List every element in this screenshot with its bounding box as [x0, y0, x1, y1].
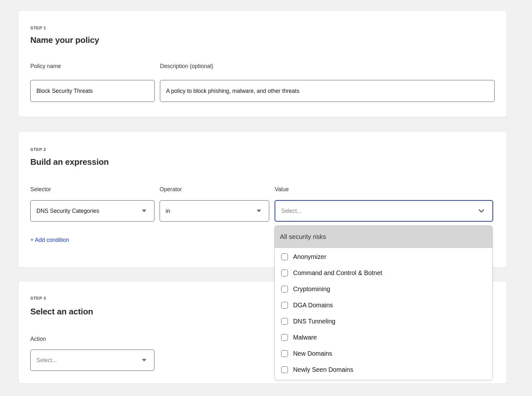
dropdown-group-header[interactable]: All security risks — [275, 226, 492, 248]
description-input[interactable] — [160, 80, 495, 102]
action-label: Action — [30, 336, 46, 342]
step1-card: STEP 1 Name your policy Policy name Desc… — [18, 11, 507, 117]
selector-select[interactable]: DNS Security Categories — [30, 200, 154, 222]
operator-select-value: in — [166, 208, 257, 214]
add-condition-link[interactable]: + Add condition — [30, 237, 69, 243]
dropdown-option-command-and-control-botnet[interactable]: Command and Control & Botnet — [275, 265, 492, 281]
step3-label: STEP 3 — [30, 296, 46, 301]
operator-label: Operator — [160, 186, 182, 193]
dropdown-option-newly-seen-domains[interactable]: Newly Seen Domains — [275, 361, 492, 378]
chevron-down-icon — [478, 207, 485, 215]
step2-label: STEP 2 — [30, 147, 46, 152]
selector-label: Selector — [30, 186, 51, 193]
value-label: Value — [275, 186, 289, 193]
selector-select-value: DNS Security Categories — [36, 208, 142, 214]
dropdown-option-dga-domains[interactable]: DGA Domains — [275, 297, 492, 313]
description-label: Description (optional) — [160, 63, 213, 70]
option-checkbox[interactable] — [281, 270, 288, 276]
step1-label: STEP 1 — [30, 25, 46, 30]
step2-title: Build an expression — [30, 157, 109, 167]
policy-name-input[interactable] — [30, 80, 155, 102]
action-select[interactable]: Select... — [30, 350, 154, 371]
dropdown-option-dns-tunneling[interactable]: DNS Tunneling — [275, 313, 492, 329]
value-dropdown: All security risks Anonymizer Command an… — [274, 225, 493, 380]
dropdown-option-malware[interactable]: Malware — [275, 329, 492, 345]
dropdown-arrow-icon — [257, 210, 261, 212]
dropdown-option-anonymizer[interactable]: Anonymizer — [275, 249, 492, 265]
option-checkbox[interactable] — [281, 350, 288, 357]
value-select[interactable]: Select... — [275, 200, 493, 222]
step1-title: Name your policy — [30, 35, 99, 45]
option-checkbox[interactable] — [281, 253, 288, 260]
option-checkbox[interactable] — [281, 302, 288, 309]
value-select-placeholder: Select... — [281, 208, 478, 214]
option-checkbox[interactable] — [281, 318, 288, 325]
dropdown-option-cryptomining[interactable]: Cryptomining — [275, 281, 492, 297]
operator-select[interactable]: in — [160, 200, 269, 222]
action-select-placeholder: Select... — [36, 357, 142, 364]
dropdown-arrow-icon — [142, 210, 146, 212]
policy-builder-page: { "step1": { "step_label": "STEP 1", "ti… — [0, 0, 532, 396]
option-checkbox[interactable] — [281, 286, 288, 292]
option-checkbox[interactable] — [281, 366, 288, 373]
dropdown-option-new-domains[interactable]: New Domains — [275, 345, 492, 361]
step3-title: Select an action — [30, 307, 93, 317]
option-checkbox[interactable] — [281, 334, 288, 341]
policy-name-label: Policy name — [30, 63, 61, 70]
dropdown-option-list: Anonymizer Command and Control & Botnet … — [275, 248, 492, 378]
dropdown-arrow-icon — [142, 359, 146, 361]
